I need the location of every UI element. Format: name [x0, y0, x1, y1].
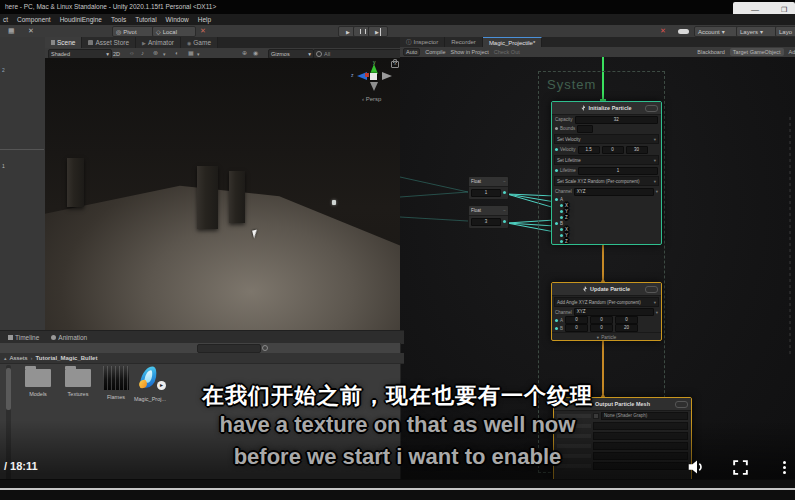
add-angle-random-block[interactable]: Add Angle XYZ Random (Per-component) ▾: [554, 297, 659, 307]
scene-visibility-icon[interactable]: ◐: [175, 49, 179, 57]
float-node[interactable]: Float − 1: [468, 176, 509, 200]
tab-scene[interactable]: Scene: [45, 37, 82, 48]
axis-cone-gray[interactable]: [382, 72, 392, 80]
port-dot[interactable]: [560, 210, 563, 213]
a-z-field[interactable]: 0: [615, 316, 638, 324]
float-value-field[interactable]: 3: [471, 218, 501, 226]
velocity-z-field[interactable]: 30: [626, 146, 648, 154]
local-button[interactable]: ◇ Local: [152, 26, 196, 37]
node-header[interactable]: Initialize Particle: [552, 102, 661, 115]
cloud-icon[interactable]: [678, 29, 689, 34]
port-dot[interactable]: [555, 169, 558, 172]
tools-icon[interactable]: ⊕: [242, 49, 247, 57]
advanced-toggle[interactable]: Adv: [789, 49, 795, 55]
velocity-y-field[interactable]: 0: [602, 146, 624, 154]
b-y-field[interactable]: 0: [590, 324, 613, 332]
axis-cone-gray[interactable]: [370, 82, 378, 91]
caret-down-icon[interactable]: ▾: [163, 50, 166, 58]
b-z-field[interactable]: 20: [615, 324, 638, 332]
port-dot[interactable]: [560, 234, 563, 237]
collab-icon[interactable]: ✕: [660, 27, 666, 35]
tab-game[interactable]: ◉ Game: [181, 37, 218, 48]
check-out-button[interactable]: Check Out: [494, 49, 520, 55]
gizmo-center-cube[interactable]: [370, 73, 377, 80]
caret-down-icon[interactable]: ▾: [197, 50, 200, 58]
channel-dropdown[interactable]: XYZ: [574, 308, 654, 316]
transform-tool-icon[interactable]: ✕: [28, 26, 34, 36]
block-menu-icon[interactable]: ▾: [654, 300, 656, 305]
float-node-header[interactable]: Float −: [469, 206, 508, 216]
audio-toggle-icon[interactable]: ♪: [141, 49, 144, 57]
menu-item-window[interactable]: Window: [166, 16, 189, 23]
particle-output-port[interactable]: ▾ Particle: [552, 244, 661, 245]
compile-button[interactable]: Compile: [425, 49, 445, 55]
port-dot[interactable]: [555, 127, 558, 130]
show-in-project-button[interactable]: Show in Project: [451, 49, 489, 55]
port-dot[interactable]: [555, 327, 558, 330]
auto-button[interactable]: Auto: [403, 48, 420, 56]
float-node[interactable]: Float − 3: [468, 205, 509, 229]
initialize-particle-node[interactable]: Initialize Particle Capacity 32 Bounds S…: [551, 101, 662, 245]
scene-viewport[interactable]: y z x ‹ Persp: [45, 58, 400, 330]
bounds-field[interactable]: [577, 125, 593, 133]
collapse-icon[interactable]: −: [503, 179, 506, 184]
particle-output-port[interactable]: ▾ Particle: [552, 332, 661, 341]
collab-error-icon[interactable]: ✕: [200, 27, 206, 35]
collapse-icon[interactable]: −: [503, 208, 506, 213]
hierarchy-item-fragment[interactable]: 2: [2, 67, 5, 73]
lifetime-field[interactable]: 1: [578, 167, 658, 175]
2d-toggle[interactable]: 2D: [113, 50, 120, 58]
grid-toggle-icon[interactable]: ▦: [188, 49, 194, 57]
set-scale-random-block[interactable]: Set Scale XYZ Random (Per-component) ▾: [554, 176, 659, 186]
node-header[interactable]: Update Particle: [552, 283, 661, 296]
project-search-input[interactable]: [197, 344, 261, 353]
blackboard-toggle[interactable]: Blackboard: [697, 49, 725, 55]
port-dot[interactable]: [560, 240, 563, 243]
set-velocity-block[interactable]: Set Velocity ▾: [554, 134, 659, 144]
port-dot[interactable]: [555, 319, 558, 322]
breadcrumb-current[interactable]: Tutorial_Magic_Bullet: [36, 355, 98, 361]
capacity-field[interactable]: 32: [575, 116, 658, 124]
set-lifetime-block[interactable]: Set Lifetime ▾: [554, 155, 659, 165]
float-value-field[interactable]: 1: [471, 189, 501, 197]
restore-icon[interactable]: ❐: [781, 6, 787, 14]
port-dot[interactable]: [555, 222, 558, 225]
tab-asset-store[interactable]: Asset Store: [82, 37, 136, 48]
tab-recorder[interactable]: Recorder: [445, 37, 483, 47]
block-menu-icon[interactable]: ▾: [654, 137, 656, 142]
a-y-field[interactable]: 0: [590, 316, 613, 324]
output-port-dot[interactable]: [503, 220, 506, 223]
tab-animator[interactable]: ▶ Animator: [136, 37, 181, 48]
move-tool-icon[interactable]: ▦: [8, 26, 15, 36]
menu-item-help[interactable]: Help: [198, 16, 211, 23]
menu-item-component[interactable]: Component: [17, 16, 51, 23]
block-menu-icon[interactable]: ▾: [654, 179, 656, 184]
port-dot[interactable]: [560, 216, 563, 219]
float-node-header[interactable]: Float −: [469, 177, 508, 187]
port-dot[interactable]: [560, 204, 563, 207]
layout-dropdown[interactable]: Layo: [775, 26, 795, 37]
axis-x-nub[interactable]: [365, 73, 369, 77]
lock-icon[interactable]: [391, 61, 399, 68]
hierarchy-item-fragment[interactable]: 1: [2, 163, 5, 169]
effects-toggle-icon[interactable]: ⊛: [153, 49, 158, 57]
block-menu-icon[interactable]: ▾: [654, 158, 656, 163]
port-dot[interactable]: [560, 228, 563, 231]
account-dropdown[interactable]: Account ▾: [694, 26, 739, 37]
tab-inspector[interactable]: ⓘ Inspector: [400, 37, 445, 47]
lighting-toggle-icon[interactable]: ☼: [129, 49, 135, 57]
collapse-icon[interactable]: ▴: [4, 355, 7, 361]
b-x-field[interactable]: 0: [565, 324, 588, 332]
menu-item-tools[interactable]: Tools: [111, 16, 126, 23]
velocity-x-field[interactable]: 1.5: [578, 146, 600, 154]
channel-dropdown[interactable]: XYZ: [574, 188, 654, 196]
menu-item-houdiniengine[interactable]: HoudiniEngine: [60, 16, 102, 23]
pivot-button[interactable]: ◎ Pivot: [112, 26, 156, 37]
port-dot[interactable]: [555, 148, 558, 151]
a-x-field[interactable]: 0: [565, 316, 588, 324]
persp-label[interactable]: ‹ Persp: [362, 96, 381, 102]
output-port-dot[interactable]: [503, 191, 506, 194]
step-button[interactable]: ▶: [368, 26, 388, 37]
port-dot[interactable]: [555, 198, 558, 201]
menu-item-tutorial[interactable]: Tutorial: [135, 16, 156, 23]
